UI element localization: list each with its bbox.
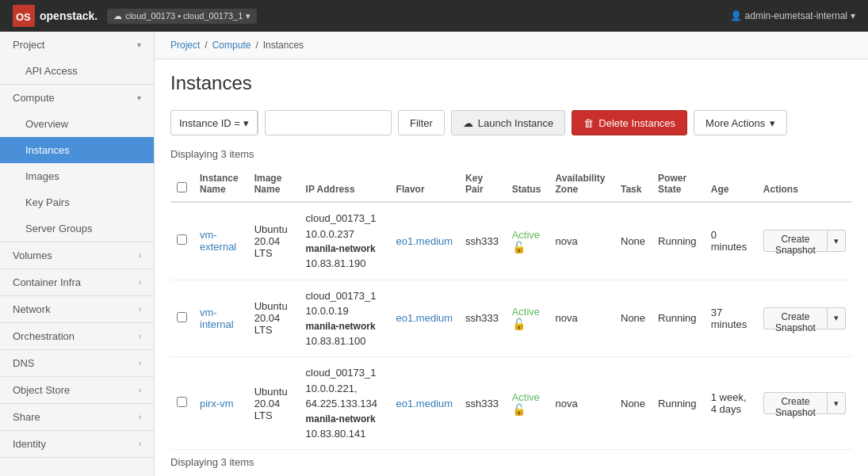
sidebar-orchestration-label: Orchestration [13, 330, 75, 342]
row2-availability-zone: nova [549, 280, 614, 357]
cloud-badge[interactable]: ☁ cloud_00173 • cloud_00173_1 ▾ [107, 9, 257, 24]
filter-button-label: Filter [410, 117, 433, 129]
filter-dropdown[interactable]: Instance ID = ▾ [170, 110, 258, 135]
row1-action-caret[interactable]: ▾ [828, 230, 846, 252]
sidebar-dns-chevron: › [139, 359, 141, 367]
delete-instances-button[interactable]: 🗑 Delete Instances [572, 110, 687, 135]
breadcrumb-compute[interactable]: Compute [212, 40, 251, 51]
nav-right[interactable]: 👤 admin-eumetsat-internal ▾ [730, 10, 855, 21]
sidebar-share-chevron: › [139, 413, 141, 421]
col-image-name: Image Name [248, 166, 300, 202]
row1-image-text: Ubuntu 20.04 LTS [254, 223, 288, 259]
filter-dropdown-text: Instance ID = [179, 117, 240, 129]
sidebar-item-network[interactable]: Network › [0, 296, 154, 322]
row3-create-snapshot-button[interactable]: Create Snapshot [763, 392, 828, 414]
nav-left: OS openstack. ☁ cloud_00173 • cloud_0017… [13, 5, 257, 27]
row2-ip1: 10.0.0.19 [306, 303, 384, 319]
row3-image-name: Ubuntu 20.04 LTS [248, 357, 300, 450]
select-all-checkbox[interactable] [177, 182, 187, 192]
row3-checkbox[interactable] [177, 397, 187, 407]
row2-instance-link[interactable]: vm-internal [200, 307, 234, 330]
openstack-logo[interactable]: OS openstack. [13, 5, 98, 27]
sidebar-item-key-pairs[interactable]: Key Pairs [0, 189, 154, 215]
row1-age: 0 minutes [705, 202, 757, 280]
row3-action-group: Create Snapshot ▾ [763, 392, 846, 414]
breadcrumb-current: Instances [263, 40, 304, 51]
col-checkbox [170, 166, 193, 202]
row1-checkbox[interactable] [177, 234, 187, 245]
breadcrumb: Project / Compute / Instances [155, 32, 868, 59]
sidebar-project-chevron: ▾ [137, 40, 141, 49]
sidebar-item-project[interactable]: Project ▾ [0, 32, 154, 58]
sidebar-instances-label: Instances [25, 144, 70, 156]
table-row: pirx-vm Ubuntu 20.04 LTS cloud_00173_1 1… [170, 357, 852, 450]
row1-action-group: Create Snapshot ▾ [763, 230, 846, 252]
row3-ip-address: cloud_00173_1 10.0.0.221, 64.225.133.134… [300, 357, 390, 450]
row2-flavor-link[interactable]: eo1.medium [396, 312, 453, 324]
row1-flavor-link[interactable]: eo1.medium [396, 235, 453, 247]
row3-image-text: Ubuntu 20.04 LTS [254, 386, 288, 421]
row1-instance-link[interactable]: vm-external [200, 229, 236, 253]
col-power-state: Power State [652, 166, 705, 202]
sidebar-network-label: Network [13, 303, 51, 315]
page-header: Instances [155, 59, 868, 104]
row1-key-pair: ssh333 [459, 202, 506, 280]
sidebar-item-orchestration[interactable]: Orchestration › [0, 323, 154, 349]
row1-flavor: eo1.medium [390, 202, 460, 280]
row3-ip1: 10.0.0.221, 64.225.133.134 [306, 381, 384, 412]
row1-ip1: 10.0.0.237 [306, 227, 384, 242]
cloud-project-text: cloud_00173 • cloud_00173_1 [125, 11, 243, 21]
row2-checkbox[interactable] [177, 312, 187, 322]
row3-flavor-link[interactable]: eo1.medium [396, 398, 453, 409]
sidebar-item-container-infra[interactable]: Container Infra › [0, 269, 154, 295]
sidebar-item-identity[interactable]: Identity › [0, 431, 154, 457]
sidebar-item-server-groups[interactable]: Server Groups [0, 215, 154, 242]
launch-button-label: Launch Instance [478, 117, 553, 129]
row2-task: None [614, 280, 652, 357]
sidebar-item-images[interactable]: Images [0, 163, 154, 189]
row3-instance-link[interactable]: pirx-vm [200, 398, 234, 409]
sidebar-item-instances[interactable]: Instances [0, 137, 154, 163]
launch-instance-button[interactable]: ☁ Launch Instance [451, 110, 565, 135]
page-title: Instances [170, 72, 852, 94]
breadcrumb-sep2: / [255, 40, 258, 51]
sidebar-overview-label: Overview [25, 118, 68, 130]
row1-create-snapshot-button[interactable]: Create Snapshot [763, 230, 828, 252]
sidebar-item-api-access[interactable]: API Access [0, 58, 154, 84]
main-layout: Project ▾ API Access Compute ▾ Overview … [0, 32, 868, 476]
user-name: admin-eumetsat-internal [745, 10, 847, 21]
sidebar-item-dns[interactable]: DNS › [0, 350, 154, 376]
row2-actions: Create Snapshot ▾ [757, 280, 852, 357]
sidebar-share-label: Share [13, 411, 40, 423]
row3-ip-network: manila-network [306, 412, 384, 426]
col-ip-address: IP Address [300, 166, 390, 202]
sidebar-item-volumes[interactable]: Volumes › [0, 242, 154, 268]
cloud-badge-icon: ☁ [113, 11, 122, 21]
display-count-bottom: Displaying 3 items [155, 450, 868, 476]
row3-checkbox-cell [170, 357, 193, 450]
filter-button[interactable]: Filter [398, 110, 445, 135]
sidebar-container-label: Container Infra [13, 276, 81, 288]
sidebar-identity-label: Identity [13, 438, 46, 450]
logo-text: openstack. [40, 10, 98, 22]
sidebar-item-object-store[interactable]: Object Store › [0, 377, 154, 403]
row3-action-caret[interactable]: ▾ [828, 392, 846, 414]
filter-dropdown-label[interactable]: Instance ID = ▾ [171, 111, 258, 135]
row2-action-caret[interactable]: ▾ [828, 307, 846, 329]
col-task: Task [614, 166, 652, 202]
col-age: Age [705, 166, 757, 202]
sidebar-identity-section: Identity › [0, 431, 154, 458]
sidebar-item-overview[interactable]: Overview [0, 111, 154, 137]
more-actions-button[interactable]: More Actions ▾ [694, 110, 787, 135]
sidebar-key-pairs-label: Key Pairs [25, 196, 70, 208]
row1-status-text: Active [512, 229, 540, 241]
filter-input[interactable] [265, 110, 392, 135]
row2-create-snapshot-button[interactable]: Create Snapshot [763, 307, 828, 329]
col-availability-zone: Availability Zone [549, 166, 614, 202]
row2-power-state: Running [652, 280, 705, 357]
breadcrumb-project[interactable]: Project [170, 40, 200, 51]
sidebar-item-compute[interactable]: Compute ▾ [0, 85, 154, 111]
sidebar-item-share[interactable]: Share › [0, 404, 154, 430]
toolbar: Instance ID = ▾ Filter ☁ Launch Instance… [155, 104, 868, 142]
row2-flavor: eo1.medium [390, 280, 460, 357]
